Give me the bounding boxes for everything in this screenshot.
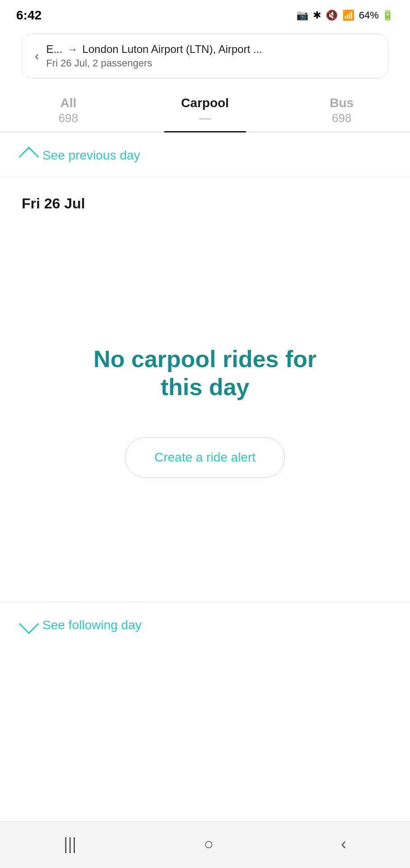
tab-all[interactable]: All 698 xyxy=(0,88,137,132)
destination-text: London Luton Airport (LTN), Airport ... xyxy=(82,43,262,56)
wifi-icon: 📶 xyxy=(342,9,354,21)
nav-recent-icon[interactable]: ||| xyxy=(64,835,76,854)
status-time: 6:42 xyxy=(16,8,42,23)
see-previous-day-button[interactable]: See previous day xyxy=(0,132,410,177)
bluetooth-icon: ✱ xyxy=(313,9,321,21)
battery-text: 64% 🔋 xyxy=(359,9,394,21)
status-icons: 📷 ✱ 🔇 📶 64% 🔋 xyxy=(296,9,394,21)
date-text: Fri 26 Jul xyxy=(22,195,85,212)
create-alert-label: Create a ride alert xyxy=(154,450,256,464)
mute-icon: 🔇 xyxy=(326,9,338,21)
route-display: E... → London Luton Airport (LTN), Airpo… xyxy=(46,43,262,56)
tab-all-label: All xyxy=(0,96,137,110)
tab-carpool-label: Carpool xyxy=(137,96,274,110)
status-bar: 6:42 📷 ✱ 🔇 📶 64% 🔋 xyxy=(0,0,410,28)
bottom-nav: ||| ○ ‹ xyxy=(0,821,410,868)
empty-state-title: No carpool rides for this day xyxy=(70,345,340,401)
tab-all-count: 698 xyxy=(0,111,137,125)
route-arrow: → xyxy=(67,43,78,56)
search-bar-content: E... → London Luton Airport (LTN), Airpo… xyxy=(46,43,262,69)
chevron-up-icon xyxy=(19,146,39,167)
chevron-down-icon xyxy=(19,613,39,634)
search-meta: Fri 26 Jul, 2 passengers xyxy=(46,57,262,69)
create-alert-button[interactable]: Create a ride alert xyxy=(125,437,285,478)
tab-carpool[interactable]: Carpool — xyxy=(137,88,274,132)
tab-bus-count: 698 xyxy=(273,111,410,125)
tab-bus[interactable]: Bus 698 xyxy=(273,88,410,132)
origin-text: E... xyxy=(46,43,62,56)
search-bar[interactable]: ‹ E... → London Luton Airport (LTN), Air… xyxy=(22,33,388,79)
date-header: Fri 26 Jul xyxy=(0,177,410,221)
nav-home-icon[interactable]: ○ xyxy=(204,835,214,854)
back-button[interactable]: ‹ xyxy=(35,49,39,63)
tab-carpool-count: — xyxy=(137,111,274,125)
nav-back-icon[interactable]: ‹ xyxy=(341,835,346,854)
see-following-day-button[interactable]: See following day xyxy=(0,602,410,646)
spacer xyxy=(0,646,410,821)
camera-icon: 📷 xyxy=(296,9,308,21)
tabs-container: All 698 Carpool — Bus 698 xyxy=(0,88,410,132)
see-following-day-label: See following day xyxy=(42,618,141,632)
tab-bus-label: Bus xyxy=(273,96,410,110)
see-previous-day-label: See previous day xyxy=(42,148,140,163)
empty-state: No carpool rides for this day Create a r… xyxy=(0,221,410,602)
